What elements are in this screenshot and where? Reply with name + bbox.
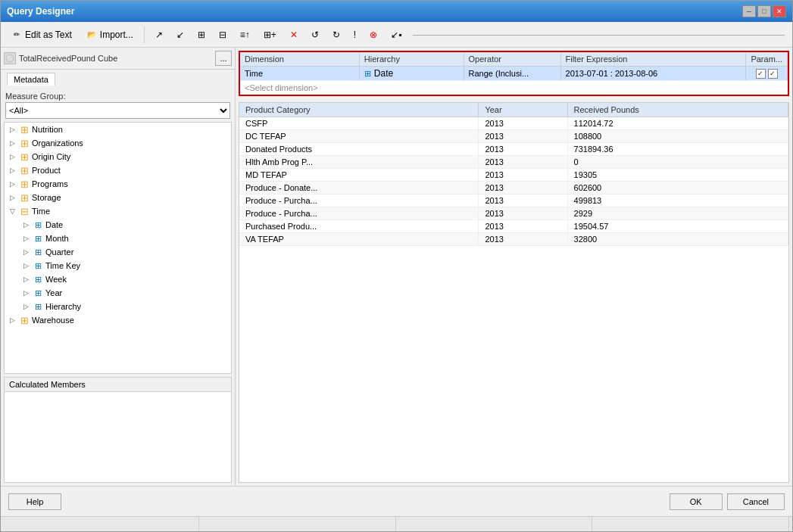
import-button[interactable]: 📂 Import... [80,26,139,43]
minimize-button[interactable]: ─ [742,5,756,17]
table-row: Produce - Purcha...20132929 [239,207,788,220]
grid-icon-hierarchy: ⊞ [32,300,44,313]
status-segment-1 [4,517,199,531]
grid-cell-category: Hlth Amb Prog P... [239,156,479,169]
measure-group-label: Measure Group: [1,89,235,102]
help-button[interactable]: Help [8,493,61,510]
expand-icon-storage: ▷ [6,191,18,204]
footer: Help OK Cancel [1,486,792,516]
tree-label-hierarchy: Hierarchy [45,302,81,311]
edit-as-text-button[interactable]: ✏ Edit as Text [5,26,77,43]
maximize-button[interactable]: □ [757,5,771,17]
cube-icon [4,52,16,64]
grid-col-category: Product Category [239,103,479,117]
expand-icon-origin-city: ▷ [6,151,18,163]
folder-icon-programs: ⊞ [18,178,30,190]
main-content: TotalReceivedPound Cube ... Metadata Mea… [1,48,792,486]
status-segment-4 [594,517,789,531]
filter-hierarchy-value: ⊞ Date [359,67,464,81]
tree-label-organizations: Organizations [32,138,83,148]
expand-icon-time-key: ▷ [20,260,32,272]
toolbar-btn-stop[interactable]: ⊗ [364,27,382,42]
toolbar: ✏ Edit as Text 📂 Import... ↗ ↙ ⊞ ⊟ ≡↑ ⊞+… [1,22,792,48]
grid-cell-year: 2013 [479,220,567,233]
ok-button[interactable]: OK [670,493,723,510]
tree-item-warehouse[interactable]: ▷ ⊞ Warehouse [5,313,231,327]
metadata-tab[interactable]: Metadata [7,73,55,86]
toolbar-btn-delete[interactable]: ✕ [285,27,303,42]
expand-icon-week: ▷ [20,273,32,285]
expand-icon-month: ▷ [20,232,32,244]
window-controls: ─ □ ✕ [742,5,786,17]
toolbar-btn-refresh2[interactable]: ↻ [327,27,345,42]
tree-item-hierarchy[interactable]: ▷ ⊞ Hierarchy [5,300,231,313]
toolbar-line [413,34,785,36]
grid-cell-pounds: 32800 [567,233,788,246]
grid-icon-quarter: ⊞ [32,246,44,258]
expand-icon-quarter: ▷ [20,246,32,258]
close-button[interactable]: ✕ [773,5,786,17]
tree-item-week[interactable]: ▷ ⊞ Week [5,272,231,286]
expand-icon-year: ▷ [20,287,32,299]
toolbar-btn-export[interactable]: ↙▪ [386,27,407,42]
toolbar-btn-3[interactable]: ⊞ [192,27,211,42]
filter-col-operator: Operator [464,52,560,67]
cancel-button[interactable]: Cancel [727,493,785,510]
filter-col-hierarchy: Hierarchy [359,52,464,67]
cube-browse-button[interactable]: ... [215,51,232,66]
toolbar-btn-2[interactable]: ↙ [171,27,189,42]
tree-item-time[interactable]: ▽ ⊟ Time [5,204,231,218]
grid-icon-date: ⊞ [32,219,44,231]
expand-icon-time: ▽ [6,205,18,217]
import-icon: 📂 [86,29,98,41]
hierarchy-grid-icon: ⊞ [364,69,371,79]
tree-item-time-key[interactable]: ▷ ⊞ Time Key [5,259,231,272]
data-grid: Product Category Year Received Pounds CS… [239,102,789,483]
toolbar-btn-1[interactable]: ↗ [150,27,168,42]
tree-item-nutrition[interactable]: ▷ ⊞ Nutrition [5,123,231,136]
grid-cell-pounds: 602600 [567,182,788,194]
tree-label-time: Time [32,207,50,216]
footer-right-buttons: OK Cancel [670,493,785,510]
measure-group-select[interactable]: <All> [5,102,230,119]
toolbar-btn-6[interactable]: ⊞+ [258,27,282,42]
toolbar-btn-exclaim[interactable]: ! [348,27,361,42]
folder-icon-product: ⊞ [18,164,30,176]
tree-item-product[interactable]: ▷ ⊞ Product [5,163,231,177]
tree-item-quarter[interactable]: ▷ ⊞ Quarter [5,245,231,259]
tree-label-storage: Storage [32,193,61,202]
edit-as-text-label: Edit as Text [25,30,72,40]
tree-item-storage[interactable]: ▷ ⊞ Storage [5,191,231,204]
grid-cell-pounds: 0 [567,156,788,169]
grid-cell-pounds: 2929 [567,207,788,220]
grid-cell-category: Purchased Produ... [239,220,479,233]
grid-cell-year: 2013 [479,130,567,143]
table-row: Purchased Produ...201319504.57 [239,220,788,233]
table-row: CSFP2013112014.72 [239,117,788,130]
param-checkbox-2[interactable] [768,69,778,79]
tree-item-organizations[interactable]: ▷ ⊞ Organizations [5,136,231,150]
grid-col-pounds: Received Pounds [567,103,788,117]
edit-icon: ✏ [11,29,23,41]
select-dimension-row[interactable]: <Select dimension> [240,81,788,95]
grid-cell-year: 2013 [479,117,567,130]
left-panel: TotalReceivedPound Cube ... Metadata Mea… [1,48,236,486]
tree-item-month[interactable]: ▷ ⊞ Month [5,232,231,245]
tree-item-programs[interactable]: ▷ ⊞ Programs [5,177,231,191]
tree-label-month: Month [45,234,69,243]
expand-icon-hierarchy: ▷ [20,300,32,313]
footer-left-buttons: Help [8,493,61,510]
table-row: MD TEFAP201319305 [239,169,788,182]
toolbar-btn-5[interactable]: ≡↑ [235,27,255,42]
tree-label-product: Product [32,166,61,175]
tree-item-origin-city[interactable]: ▷ ⊞ Origin City [5,150,231,163]
filter-row-time[interactable]: Time ⊞ Date Range (Inclusi... 2013-07-01… [240,67,788,81]
param-checkbox-1[interactable] [756,69,766,79]
tree-item-year[interactable]: ▷ ⊞ Year [5,286,231,300]
grid-cell-category: Produce - Purcha... [239,194,479,207]
toolbar-btn-refresh[interactable]: ↺ [306,27,324,42]
expand-icon-organizations: ▷ [6,137,18,149]
table-row: Produce - Donate...2013602600 [239,182,788,194]
tree-item-date[interactable]: ▷ ⊞ Date [5,218,231,232]
toolbar-btn-4[interactable]: ⊟ [214,27,232,42]
